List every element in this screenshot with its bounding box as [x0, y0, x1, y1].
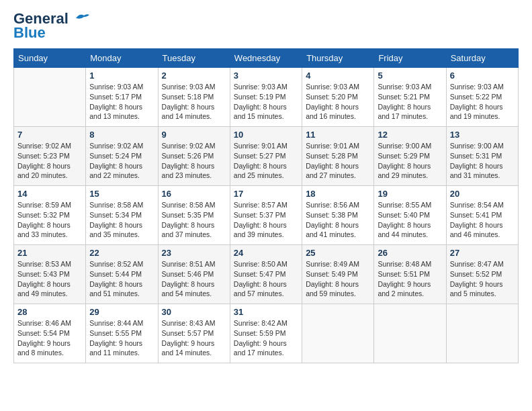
calendar-cell: 10Sunrise: 9:01 AMSunset: 5:27 PMDayligh…	[230, 127, 302, 186]
day-number: 4	[306, 71, 370, 81]
day-number: 20	[450, 189, 515, 199]
weekday-header-thursday: Thursday	[302, 49, 374, 68]
calendar-cell: 28Sunrise: 8:46 AMSunset: 5:54 PMDayligh…	[14, 304, 86, 363]
day-info: Sunrise: 9:02 AMSunset: 5:26 PMDaylight:…	[162, 141, 226, 181]
calendar-cell: 25Sunrise: 8:49 AMSunset: 5:49 PMDayligh…	[302, 245, 374, 304]
day-number: 21	[17, 248, 82, 258]
logo-bird-icon	[75, 11, 89, 27]
day-number: 11	[306, 130, 370, 140]
weekday-header-monday: Monday	[86, 49, 158, 68]
day-info: Sunrise: 9:03 AMSunset: 5:20 PMDaylight:…	[306, 82, 370, 122]
calendar-cell: 7Sunrise: 9:02 AMSunset: 5:23 PMDaylight…	[14, 127, 86, 186]
day-number: 24	[234, 248, 298, 258]
day-info: Sunrise: 9:02 AMSunset: 5:23 PMDaylight:…	[17, 141, 82, 181]
calendar-cell: 23Sunrise: 8:51 AMSunset: 5:46 PMDayligh…	[158, 245, 230, 304]
day-info: Sunrise: 9:01 AMSunset: 5:27 PMDaylight:…	[234, 141, 298, 181]
day-number: 8	[89, 130, 154, 140]
day-info: Sunrise: 9:03 AMSunset: 5:21 PMDaylight:…	[378, 82, 442, 122]
day-info: Sunrise: 9:03 AMSunset: 5:22 PMDaylight:…	[450, 82, 515, 122]
calendar-cell: 9Sunrise: 9:02 AMSunset: 5:26 PMDaylight…	[158, 127, 230, 186]
day-number: 26	[378, 248, 442, 258]
weekday-header-sunday: Sunday	[14, 49, 86, 68]
weekday-header-saturday: Saturday	[446, 49, 518, 68]
day-info: Sunrise: 8:42 AMSunset: 5:59 PMDaylight:…	[234, 318, 298, 358]
calendar-cell: 3Sunrise: 9:03 AMSunset: 5:19 PMDaylight…	[230, 68, 302, 127]
day-number: 28	[17, 307, 82, 317]
day-number: 14	[17, 189, 82, 199]
calendar-week-row: 1Sunrise: 9:03 AMSunset: 5:17 PMDaylight…	[14, 68, 519, 127]
calendar-cell: 27Sunrise: 8:47 AMSunset: 5:52 PMDayligh…	[446, 245, 518, 304]
day-number: 27	[450, 248, 515, 258]
calendar-week-row: 21Sunrise: 8:53 AMSunset: 5:43 PMDayligh…	[14, 245, 519, 304]
day-number: 19	[378, 189, 442, 199]
calendar-cell	[374, 304, 446, 363]
day-info: Sunrise: 8:51 AMSunset: 5:46 PMDaylight:…	[162, 259, 226, 299]
calendar-cell: 2Sunrise: 9:03 AMSunset: 5:18 PMDaylight…	[158, 68, 230, 127]
calendar-table: SundayMondayTuesdayWednesdayThursdayFrid…	[13, 48, 519, 363]
day-info: Sunrise: 9:03 AMSunset: 5:19 PMDaylight:…	[234, 82, 298, 122]
day-number: 15	[89, 189, 154, 199]
day-info: Sunrise: 9:03 AMSunset: 5:18 PMDaylight:…	[162, 82, 226, 122]
calendar-cell: 1Sunrise: 9:03 AMSunset: 5:17 PMDaylight…	[86, 68, 158, 127]
day-info: Sunrise: 8:53 AMSunset: 5:43 PMDaylight:…	[17, 259, 82, 299]
day-number: 2	[162, 71, 226, 81]
calendar-cell: 22Sunrise: 8:52 AMSunset: 5:44 PMDayligh…	[86, 245, 158, 304]
day-info: Sunrise: 8:57 AMSunset: 5:37 PMDaylight:…	[234, 200, 298, 240]
day-info: Sunrise: 9:02 AMSunset: 5:24 PMDaylight:…	[89, 141, 154, 181]
day-number: 30	[162, 307, 226, 317]
calendar-week-row: 28Sunrise: 8:46 AMSunset: 5:54 PMDayligh…	[14, 304, 519, 363]
day-number: 10	[234, 130, 298, 140]
logo: General Blue	[13, 11, 89, 42]
calendar-cell: 8Sunrise: 9:02 AMSunset: 5:24 PMDaylight…	[86, 127, 158, 186]
day-info: Sunrise: 8:48 AMSunset: 5:51 PMDaylight:…	[378, 259, 442, 299]
day-info: Sunrise: 8:56 AMSunset: 5:38 PMDaylight:…	[306, 200, 370, 240]
day-info: Sunrise: 9:01 AMSunset: 5:28 PMDaylight:…	[306, 141, 370, 181]
calendar-week-row: 14Sunrise: 8:59 AMSunset: 5:32 PMDayligh…	[14, 186, 519, 245]
day-info: Sunrise: 8:46 AMSunset: 5:54 PMDaylight:…	[17, 318, 82, 358]
calendar-cell: 13Sunrise: 9:00 AMSunset: 5:31 PMDayligh…	[446, 127, 518, 186]
header: General Blue	[13, 11, 519, 42]
calendar-week-row: 7Sunrise: 9:02 AMSunset: 5:23 PMDaylight…	[14, 127, 519, 186]
day-info: Sunrise: 8:54 AMSunset: 5:41 PMDaylight:…	[450, 200, 515, 240]
weekday-header-friday: Friday	[374, 49, 446, 68]
calendar-cell: 17Sunrise: 8:57 AMSunset: 5:37 PMDayligh…	[230, 186, 302, 245]
logo-blue-text: Blue	[13, 24, 46, 42]
day-info: Sunrise: 8:58 AMSunset: 5:34 PMDaylight:…	[89, 200, 154, 240]
calendar-cell: 6Sunrise: 9:03 AMSunset: 5:22 PMDaylight…	[446, 68, 518, 127]
day-number: 6	[450, 71, 515, 81]
calendar-cell: 30Sunrise: 8:43 AMSunset: 5:57 PMDayligh…	[158, 304, 230, 363]
day-number: 22	[89, 248, 154, 258]
day-number: 1	[89, 71, 154, 81]
calendar-cell	[446, 304, 518, 363]
calendar-cell: 18Sunrise: 8:56 AMSunset: 5:38 PMDayligh…	[302, 186, 374, 245]
day-info: Sunrise: 8:49 AMSunset: 5:49 PMDaylight:…	[306, 259, 370, 299]
day-info: Sunrise: 8:47 AMSunset: 5:52 PMDaylight:…	[450, 259, 515, 299]
day-number: 31	[234, 307, 298, 317]
calendar-cell: 21Sunrise: 8:53 AMSunset: 5:43 PMDayligh…	[14, 245, 86, 304]
day-number: 5	[378, 71, 442, 81]
calendar-cell: 14Sunrise: 8:59 AMSunset: 5:32 PMDayligh…	[14, 186, 86, 245]
weekday-header-wednesday: Wednesday	[230, 49, 302, 68]
day-info: Sunrise: 8:52 AMSunset: 5:44 PMDaylight:…	[89, 259, 154, 299]
day-number: 3	[234, 71, 298, 81]
day-info: Sunrise: 8:50 AMSunset: 5:47 PMDaylight:…	[234, 259, 298, 299]
day-number: 7	[17, 130, 82, 140]
day-number: 29	[89, 307, 154, 317]
page-container: General Blue SundayMondayTuesdayWednesda…	[0, 0, 532, 370]
calendar-cell: 29Sunrise: 8:44 AMSunset: 5:55 PMDayligh…	[86, 304, 158, 363]
calendar-cell: 15Sunrise: 8:58 AMSunset: 5:34 PMDayligh…	[86, 186, 158, 245]
day-number: 18	[306, 189, 370, 199]
calendar-cell: 19Sunrise: 8:55 AMSunset: 5:40 PMDayligh…	[374, 186, 446, 245]
day-number: 9	[162, 130, 226, 140]
calendar-cell: 31Sunrise: 8:42 AMSunset: 5:59 PMDayligh…	[230, 304, 302, 363]
calendar-cell: 16Sunrise: 8:58 AMSunset: 5:35 PMDayligh…	[158, 186, 230, 245]
calendar-cell: 5Sunrise: 9:03 AMSunset: 5:21 PMDaylight…	[374, 68, 446, 127]
day-number: 23	[162, 248, 226, 258]
calendar-cell	[14, 68, 86, 127]
day-info: Sunrise: 9:03 AMSunset: 5:17 PMDaylight:…	[89, 82, 154, 122]
day-info: Sunrise: 8:59 AMSunset: 5:32 PMDaylight:…	[17, 200, 82, 240]
calendar-cell: 24Sunrise: 8:50 AMSunset: 5:47 PMDayligh…	[230, 245, 302, 304]
day-number: 16	[162, 189, 226, 199]
weekday-header-tuesday: Tuesday	[158, 49, 230, 68]
calendar-cell: 26Sunrise: 8:48 AMSunset: 5:51 PMDayligh…	[374, 245, 446, 304]
